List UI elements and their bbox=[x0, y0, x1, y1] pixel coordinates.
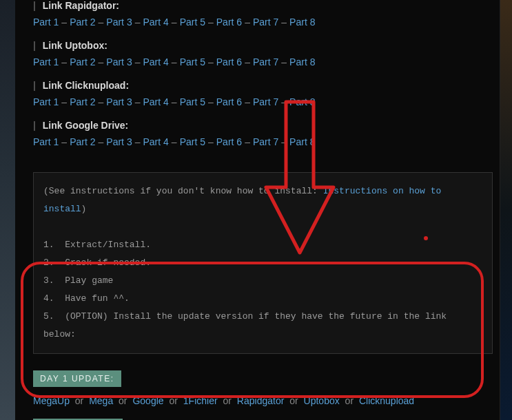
instructions-post: ) bbox=[81, 204, 87, 214]
part-link[interactable]: Part 3 bbox=[106, 136, 132, 147]
separator-dash: – bbox=[281, 96, 287, 107]
part-link[interactable]: Part 8 bbox=[289, 56, 315, 67]
part-link[interactable]: Part 4 bbox=[143, 96, 168, 107]
link-section: | Link Clicknupload:Part 1–Part 2–Part 3… bbox=[33, 80, 493, 107]
separator-dash: – bbox=[281, 136, 287, 147]
separator-dash: – bbox=[172, 96, 177, 107]
part-link[interactable]: Part 4 bbox=[143, 56, 168, 67]
separator-dash: – bbox=[208, 56, 214, 67]
update-host-link[interactable]: Rapidgator bbox=[237, 395, 285, 406]
link-section-header: | Link Rapidgator: bbox=[33, 0, 493, 11]
part-link[interactable]: Part 8 bbox=[289, 136, 315, 147]
part-link[interactable]: Part 2 bbox=[70, 136, 95, 147]
separator-dash: – bbox=[99, 136, 104, 147]
part-link[interactable]: Part 8 bbox=[289, 17, 315, 28]
separator-dash: – bbox=[99, 56, 104, 67]
part-link[interactable]: Part 7 bbox=[253, 96, 278, 107]
part-link[interactable]: Part 5 bbox=[180, 96, 205, 107]
separator-dash: – bbox=[208, 96, 214, 107]
update-host-link[interactable]: 1Fichier bbox=[183, 395, 218, 406]
part-link[interactable]: Part 1 bbox=[33, 136, 59, 147]
separator-dash: – bbox=[99, 96, 104, 107]
separator-dash: – bbox=[245, 56, 250, 67]
separator-dash: – bbox=[135, 17, 141, 28]
part-link[interactable]: Part 8 bbox=[289, 96, 315, 107]
link-section: | Link Google Drive:Part 1–Part 2–Part 3… bbox=[33, 120, 493, 147]
separator-dash: – bbox=[135, 136, 141, 147]
part-links-row: Part 1–Part 2–Part 3–Part 4–Part 5–Part … bbox=[33, 17, 493, 28]
link-section: | Link Uptobox:Part 1–Part 2–Part 3–Part… bbox=[33, 40, 493, 67]
pipe-icon: | bbox=[33, 0, 36, 11]
part-link[interactable]: Part 2 bbox=[70, 17, 95, 28]
update-links-row: MegaUp or Mega or Google or 1Fichier or … bbox=[33, 395, 493, 406]
part-link[interactable]: Part 1 bbox=[33, 56, 59, 67]
separator-dash: – bbox=[245, 96, 250, 107]
instruction-step: 3. Play game bbox=[43, 272, 482, 290]
part-link[interactable]: Part 5 bbox=[180, 17, 205, 28]
separator-or: or bbox=[167, 395, 181, 406]
separator-or: or bbox=[221, 395, 234, 406]
separator-dash: – bbox=[135, 56, 141, 67]
main-content: | Link Rapidgator:Part 1–Part 2–Part 3–P… bbox=[0, 0, 493, 420]
separator-dash: – bbox=[245, 17, 250, 28]
part-link[interactable]: Part 1 bbox=[33, 96, 59, 107]
instructions-blank bbox=[43, 218, 482, 236]
separator-dash: – bbox=[245, 136, 250, 147]
part-link[interactable]: Part 7 bbox=[253, 56, 278, 67]
link-section-title: Link Uptobox: bbox=[40, 40, 107, 51]
part-link[interactable]: Part 5 bbox=[180, 56, 205, 67]
separator-or: or bbox=[342, 395, 356, 406]
separator-dash: – bbox=[172, 136, 177, 147]
left-background-strip bbox=[0, 0, 15, 420]
part-link[interactable]: Part 1 bbox=[33, 17, 59, 28]
instruction-step: 2. Crack if needed. bbox=[43, 254, 482, 272]
update-host-link[interactable]: Mega bbox=[89, 395, 113, 406]
part-link[interactable]: Part 4 bbox=[143, 136, 168, 147]
part-link[interactable]: Part 7 bbox=[253, 136, 278, 147]
separator-dash: – bbox=[61, 17, 67, 28]
update-host-link[interactable]: Clicknupload bbox=[359, 395, 414, 406]
instruction-step: 4. Have fun ^^. bbox=[43, 290, 482, 308]
separator-or: or bbox=[72, 395, 86, 406]
link-section: | Link Rapidgator:Part 1–Part 2–Part 3–P… bbox=[33, 0, 493, 28]
update-host-link[interactable]: Google bbox=[132, 395, 163, 406]
link-section-header: | Link Clicknupload: bbox=[33, 80, 493, 91]
update-host-link[interactable]: MegaUp bbox=[33, 395, 70, 406]
part-link[interactable]: Part 2 bbox=[70, 56, 95, 67]
separator-dash: – bbox=[208, 136, 214, 147]
link-section-title: Link Clicknupload: bbox=[40, 80, 129, 91]
separator-dash: – bbox=[281, 56, 287, 67]
part-link[interactable]: Part 2 bbox=[70, 96, 95, 107]
part-link[interactable]: Part 3 bbox=[106, 17, 132, 28]
part-link[interactable]: Part 5 bbox=[180, 136, 205, 147]
separator-dash: – bbox=[61, 136, 67, 147]
separator-dash: – bbox=[99, 17, 104, 28]
separator-dash: – bbox=[172, 56, 177, 67]
separator-dash: – bbox=[61, 96, 67, 107]
separator-or: or bbox=[287, 395, 300, 406]
link-section-title: Link Rapidgator: bbox=[40, 0, 119, 11]
part-link[interactable]: Part 6 bbox=[216, 17, 242, 28]
part-links-row: Part 1–Part 2–Part 3–Part 4–Part 5–Part … bbox=[33, 56, 493, 67]
part-link[interactable]: Part 4 bbox=[143, 17, 168, 28]
part-link[interactable]: Part 3 bbox=[106, 56, 132, 67]
part-link[interactable]: Part 6 bbox=[216, 136, 242, 147]
part-link[interactable]: Part 7 bbox=[253, 17, 278, 28]
instructions-box: (See instructions if you don't know how … bbox=[33, 172, 493, 354]
part-links-row: Part 1–Part 2–Part 3–Part 4–Part 5–Part … bbox=[33, 136, 493, 147]
update-host-link[interactable]: Uptobox bbox=[304, 395, 340, 406]
separator-dash: – bbox=[135, 96, 141, 107]
pipe-icon: | bbox=[33, 80, 36, 91]
instructions-intro: (See instructions if you don't know how … bbox=[43, 182, 482, 218]
separator-or: or bbox=[116, 395, 130, 406]
separator-dash: – bbox=[172, 17, 177, 28]
part-link[interactable]: Part 6 bbox=[216, 96, 242, 107]
download-sections: | Link Rapidgator:Part 1–Part 2–Part 3–P… bbox=[33, 0, 493, 147]
link-section-header: | Link Uptobox: bbox=[33, 40, 493, 51]
part-link[interactable]: Part 6 bbox=[216, 56, 242, 67]
instruction-step: 1. Extract/Install. bbox=[43, 236, 482, 254]
separator-dash: – bbox=[61, 56, 67, 67]
instruction-step: 5. (OPTION) Install the update version i… bbox=[43, 308, 482, 344]
part-link[interactable]: Part 3 bbox=[106, 96, 132, 107]
instructions-pre: (See instructions if you don't know how … bbox=[43, 186, 323, 196]
